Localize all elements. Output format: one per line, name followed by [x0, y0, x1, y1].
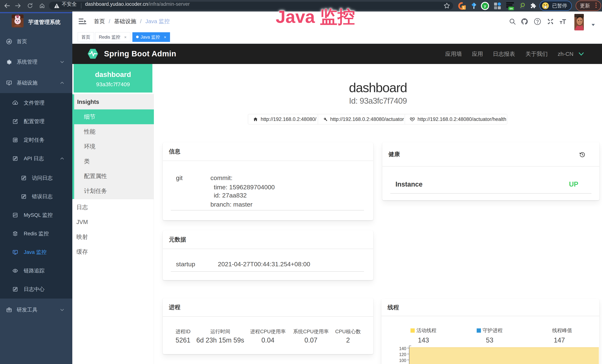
svg-text:1: 1: [463, 6, 465, 9]
svg-text:y: y: [484, 4, 486, 8]
svg-text:on: on: [509, 7, 513, 10]
